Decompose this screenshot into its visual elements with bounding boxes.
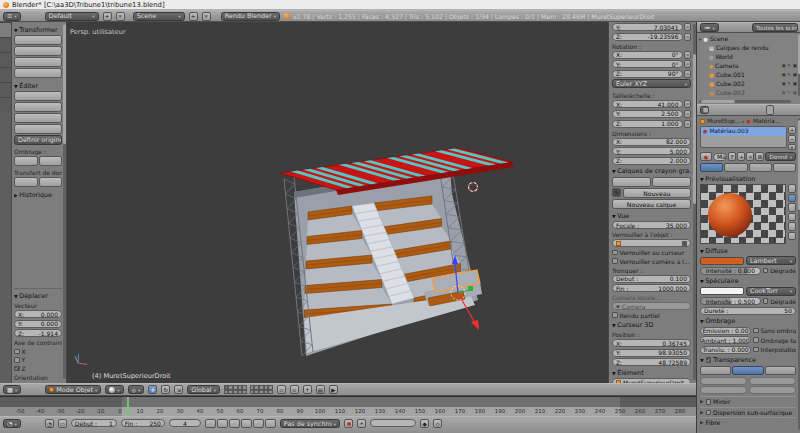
tool-button[interactable] (14, 46, 62, 56)
expander-icon[interactable] (699, 35, 701, 42)
tab-modifiers-icon[interactable] (750, 105, 758, 115)
grease-pencil-panel-header[interactable]: Calques de crayon gra... (612, 167, 691, 175)
constraint-axis-toggle[interactable]: Z (14, 365, 62, 372)
outliner-row[interactable]: Calques de rendu ◉ ↖ ▣ (697, 43, 800, 52)
panel-enable-checkbox[interactable] (706, 410, 712, 416)
renderable-camera-icon[interactable]: ▣ (793, 90, 797, 95)
tab-material-icon[interactable] (766, 105, 774, 115)
preview-range-toggle[interactable]: ◔ (45, 419, 54, 428)
toolshelf-tab[interactable] (0, 82, 11, 97)
keying-set-field[interactable] (370, 419, 416, 427)
render-opengl-anim-button[interactable]: ▶ (329, 385, 338, 394)
visibility-eye-icon[interactable]: ◉ (782, 63, 786, 68)
shading-toggle[interactable]: Interpolation... (753, 346, 796, 353)
constraint-axis-toggle[interactable]: Y (14, 356, 62, 363)
tab-render-icon[interactable] (709, 105, 717, 115)
add-scene-button[interactable] (189, 12, 198, 21)
view-panel-header[interactable]: Vue (612, 212, 691, 220)
delete-scene-button[interactable] (202, 12, 211, 21)
scale-field[interactable]: X:41.000 (612, 100, 683, 108)
browse-material-dropdown[interactable] (700, 152, 712, 161)
tab-texture-icon[interactable] (774, 105, 782, 115)
data-transfer-button[interactable] (39, 177, 63, 187)
lock-layers-icon[interactable]: ▫ (277, 385, 286, 394)
visibility-eye-icon[interactable]: ◉ (782, 81, 786, 86)
material-name-field[interactable]: Maté (713, 153, 727, 161)
editor-type-button-3dview[interactable]: ▦ (3, 385, 21, 394)
shading-toggle[interactable]: Sans ombrage (753, 327, 796, 334)
insert-keyframe-icon[interactable]: ◆ (420, 419, 429, 428)
preview-hair-button[interactable] (788, 222, 797, 231)
outliner-row[interactable]: Camera ◉ ↖ ▣ (697, 61, 800, 70)
cursor-position-field[interactable]: X:0.36745 (612, 339, 691, 347)
lock-icon[interactable] (684, 60, 691, 68)
scene-select[interactable]: Scene (133, 12, 185, 21)
timeline-scrub-area[interactable]: -50-40-30-20-100102030405060708090100110… (0, 397, 696, 416)
dimension-field[interactable]: Y:5.000 (612, 147, 691, 155)
clip-end-field[interactable]: Fin :1000.000 (612, 284, 691, 292)
set-origin-dropdown[interactable]: Définir origine (14, 135, 62, 145)
remove-slot-button[interactable]: − (788, 135, 796, 143)
transparency-mode-button[interactable] (732, 366, 763, 375)
cursor-position-field[interactable]: Z:48.72589 (612, 358, 691, 366)
tool-button[interactable] (14, 102, 62, 112)
npanel-scrollbar[interactable] (693, 24, 696, 380)
preview-flat-button[interactable] (788, 184, 797, 193)
location-field[interactable]: Y:7.03041 (612, 23, 683, 31)
toolshelf-scrollbar[interactable] (63, 24, 66, 379)
tab-data-icon[interactable] (758, 105, 766, 115)
shading-button[interactable] (39, 156, 63, 166)
dimension-field[interactable]: Z:2.000 (612, 157, 691, 165)
toolshelf-tab[interactable] (0, 67, 11, 82)
tab-render-layers-icon[interactable] (718, 105, 726, 115)
lock-icon[interactable] (684, 120, 691, 128)
panel-header-editer[interactable]: Éditer (14, 82, 62, 90)
delete-keyframe-icon[interactable]: ◇ (433, 419, 442, 428)
gpencil-new-button[interactable]: Nouveau (623, 188, 692, 198)
render-border-toggle[interactable]: Rendu partiel (612, 312, 691, 319)
fake-user-button[interactable]: F (728, 152, 736, 161)
tab-object-icon[interactable] (742, 105, 750, 115)
preview-sky-button[interactable] (788, 232, 797, 241)
operator-panel-header[interactable]: Déplacer (14, 292, 62, 300)
delete-layout-button[interactable] (116, 12, 125, 21)
material-link-select[interactable]: Donné (765, 152, 796, 161)
dimension-field[interactable]: X:82.000 (612, 138, 691, 146)
outliner-row[interactable]: Cube.001 ◉ ↖ ▣ (697, 70, 800, 79)
panel-header-historique[interactable]: Historique (14, 191, 62, 199)
frame-end-field[interactable]: Fin :250 (121, 419, 165, 427)
gpencil-new-layer-button[interactable]: Nouveau calque (612, 199, 691, 209)
diffuse-shader-select[interactable]: Lambert (746, 256, 796, 265)
snap-element-select[interactable] (303, 385, 312, 394)
tab-physics-icon[interactable] (790, 105, 798, 115)
renderable-camera-icon[interactable]: ▣ (793, 63, 797, 68)
preview-cube-button[interactable] (788, 203, 797, 212)
rotation-field[interactable]: Y:0° (612, 60, 683, 68)
constraint-axis-toggle[interactable]: X (14, 348, 62, 355)
vector-value-field[interactable]: Y:0.000 (14, 320, 62, 328)
screen-layout-select[interactable]: Default (45, 12, 99, 21)
selectable-arrow-icon[interactable]: ↖ (787, 63, 791, 68)
tab-scene-icon[interactable] (726, 105, 734, 115)
editor-type-button-properties[interactable]: ▤ (700, 106, 709, 114)
outliner-row[interactable]: Cube.002 ◉ ↖ ▣ (697, 79, 800, 88)
transparency-field[interactable] (749, 386, 796, 394)
tool-button[interactable] (14, 91, 62, 101)
transparency-field[interactable] (749, 377, 796, 385)
playhead[interactable] (127, 397, 129, 416)
collapsed-panel-header[interactable]: Fibre (700, 417, 796, 428)
diffuse-panel-header[interactable]: Diffuse (700, 247, 796, 255)
lock-camera-toggle[interactable]: Verrouiller caméra à l... (612, 258, 691, 265)
keying-mode-select[interactable] (357, 419, 366, 428)
visibility-eye-icon[interactable]: ◉ (782, 72, 786, 77)
preview-monkey-button[interactable] (788, 213, 797, 222)
clip-start-field[interactable]: Début :0.100 (612, 275, 691, 283)
shading-value-field[interactable]: Émission : 0.00 (700, 327, 751, 335)
selectable-arrow-icon[interactable]: ↖ (787, 72, 791, 77)
mode-select[interactable]: Mode Objet (45, 385, 101, 394)
specular-panel-header[interactable]: Spéculaire (700, 277, 796, 285)
tool-button[interactable] (14, 35, 62, 45)
diffuse-intensity-slider[interactable]: Intensité : 0.800 (700, 267, 761, 275)
new-material-button[interactable]: + (737, 152, 745, 161)
next-keyframe-button[interactable] (253, 419, 264, 428)
